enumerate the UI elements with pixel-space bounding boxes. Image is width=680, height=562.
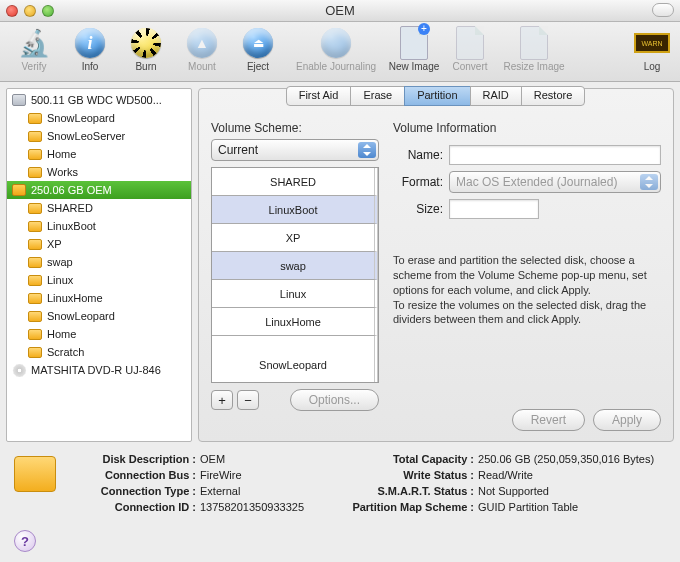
- partition-block[interactable]: XP: [212, 224, 378, 252]
- sidebar-item-label: 250.06 GB OEM: [31, 184, 112, 196]
- toolbar-enable-journaling: Enable Journaling: [286, 25, 386, 72]
- optical-drive-icon: [11, 363, 27, 377]
- help-text: To erase and partition the selected disk…: [393, 253, 661, 327]
- sidebar-item-label: 500.11 GB WDC WD500...: [31, 94, 162, 106]
- info-icon: i: [75, 28, 105, 58]
- volume-name-input[interactable]: [449, 145, 661, 165]
- apply-button[interactable]: Apply: [593, 409, 661, 431]
- volume-icon: [27, 273, 43, 287]
- sidebar-item-label: Home: [47, 328, 76, 340]
- microscope-icon: 🔬: [18, 28, 50, 59]
- partition-block[interactable]: SnowLeopard: [212, 336, 378, 383]
- sidebar-item[interactable]: Scratch: [7, 343, 191, 361]
- tab-raid[interactable]: RAID: [470, 86, 522, 106]
- format-popup[interactable]: Mac OS Extended (Journaled): [449, 171, 661, 193]
- tab-erase[interactable]: Erase: [350, 86, 405, 106]
- new-image-icon: +: [400, 26, 428, 60]
- sidebar-item-label: SnowLeopard: [47, 310, 115, 322]
- volume-icon: [27, 147, 43, 161]
- toolbar-verify[interactable]: 🔬 Verify: [6, 25, 62, 72]
- remove-partition-button[interactable]: −: [237, 390, 259, 410]
- external-disk-icon: [11, 183, 27, 197]
- partition-block[interactable]: Linux: [212, 280, 378, 308]
- sidebar-item[interactable]: swap: [7, 253, 191, 271]
- size-label: Size:: [393, 202, 443, 216]
- window-title: OEM: [0, 3, 680, 18]
- toolbar-mount: ▲ Mount: [174, 25, 230, 72]
- burn-icon: [131, 28, 161, 58]
- disk-info-footer: Disk Description :OEM Connection Bus :Fi…: [0, 442, 680, 522]
- toolbar-log[interactable]: WARN Log: [630, 25, 674, 72]
- volume-icon: [27, 291, 43, 305]
- mount-icon: ▲: [187, 28, 217, 58]
- sidebar-item[interactable]: SnowLeopard: [7, 109, 191, 127]
- sidebar-item[interactable]: SnowLeopard: [7, 307, 191, 325]
- log-icon: WARN: [634, 33, 670, 53]
- sidebar-item[interactable]: 500.11 GB WDC WD500...: [7, 91, 191, 109]
- sidebar-item-label: MATSHITA DVD-R UJ-846: [31, 364, 161, 376]
- eject-icon: ⏏: [243, 28, 273, 58]
- tab-first-aid[interactable]: First Aid: [286, 86, 352, 106]
- sidebar-item-label: SHARED: [47, 202, 93, 214]
- sidebar-item-label: LinuxHome: [47, 292, 103, 304]
- sidebar-item-label: Linux: [47, 274, 73, 286]
- toolbar-new-image[interactable]: + New Image: [386, 25, 442, 72]
- sidebar-item-label: Scratch: [47, 346, 84, 358]
- sidebar-item[interactable]: 250.06 GB OEM: [7, 181, 191, 199]
- volume-icon: [27, 309, 43, 323]
- add-partition-button[interactable]: +: [211, 390, 233, 410]
- volume-icon: [27, 111, 43, 125]
- sidebar-item-label: LinuxBoot: [47, 220, 96, 232]
- partition-map[interactable]: SHAREDLinuxBootXPswapLinuxLinuxHomeSnowL…: [211, 167, 379, 383]
- toolbar-info[interactable]: i Info: [62, 25, 118, 72]
- sidebar-item-label: SnowLeoServer: [47, 130, 125, 142]
- format-label: Format:: [393, 175, 443, 189]
- volume-size-input[interactable]: [449, 199, 539, 219]
- volume-icon: [27, 327, 43, 341]
- volume-information-heading: Volume Information: [393, 121, 661, 135]
- convert-icon: [456, 26, 484, 60]
- tab-partition[interactable]: Partition: [404, 86, 470, 106]
- partition-block[interactable]: swap: [212, 252, 378, 280]
- volume-scheme-popup[interactable]: Current: [211, 139, 379, 161]
- toolbar-eject[interactable]: ⏏ Eject: [230, 25, 286, 72]
- sidebar-item-label: Works: [47, 166, 78, 178]
- tab-bar: First Aid Erase Partition RAID Restore: [199, 86, 673, 106]
- sidebar-item-label: XP: [47, 238, 62, 250]
- chevron-updown-icon: [358, 142, 376, 158]
- partition-block[interactable]: LinuxBoot: [212, 196, 378, 224]
- partition-panel: First Aid Erase Partition RAID Restore V…: [198, 88, 674, 442]
- volume-icon: [27, 219, 43, 233]
- sidebar-item[interactable]: XP: [7, 235, 191, 253]
- partition-block[interactable]: LinuxHome: [212, 308, 378, 336]
- journaling-icon: [321, 28, 351, 58]
- sidebar-item[interactable]: Linux: [7, 271, 191, 289]
- sidebar-item[interactable]: Home: [7, 325, 191, 343]
- resize-image-icon: [520, 26, 548, 60]
- sidebar-item[interactable]: Works: [7, 163, 191, 181]
- sidebar-item[interactable]: LinuxHome: [7, 289, 191, 307]
- internal-disk-icon: [11, 93, 27, 107]
- sidebar-item-label: Home: [47, 148, 76, 160]
- toolbar-resize-image: Resize Image: [498, 25, 570, 72]
- sidebar-item[interactable]: SHARED: [7, 199, 191, 217]
- sidebar-item-label: swap: [47, 256, 73, 268]
- tab-restore[interactable]: Restore: [521, 86, 586, 106]
- options-button[interactable]: Options...: [290, 389, 379, 411]
- revert-button[interactable]: Revert: [512, 409, 585, 431]
- disk-sidebar[interactable]: 500.11 GB WDC WD500...SnowLeopardSnowLeo…: [6, 88, 192, 442]
- volume-icon: [27, 165, 43, 179]
- sidebar-item[interactable]: Home: [7, 145, 191, 163]
- toolbar-burn[interactable]: Burn: [118, 25, 174, 72]
- help-button[interactable]: ?: [14, 530, 36, 552]
- toolbar-toggle-button[interactable]: [652, 3, 674, 17]
- name-label: Name:: [393, 148, 443, 162]
- volume-icon: [27, 255, 43, 269]
- sidebar-item[interactable]: MATSHITA DVD-R UJ-846: [7, 361, 191, 379]
- volume-icon: [27, 345, 43, 359]
- titlebar: OEM: [0, 0, 680, 22]
- volume-scheme-label: Volume Scheme:: [211, 121, 379, 135]
- sidebar-item[interactable]: SnowLeoServer: [7, 127, 191, 145]
- partition-block[interactable]: SHARED: [212, 168, 378, 196]
- sidebar-item[interactable]: LinuxBoot: [7, 217, 191, 235]
